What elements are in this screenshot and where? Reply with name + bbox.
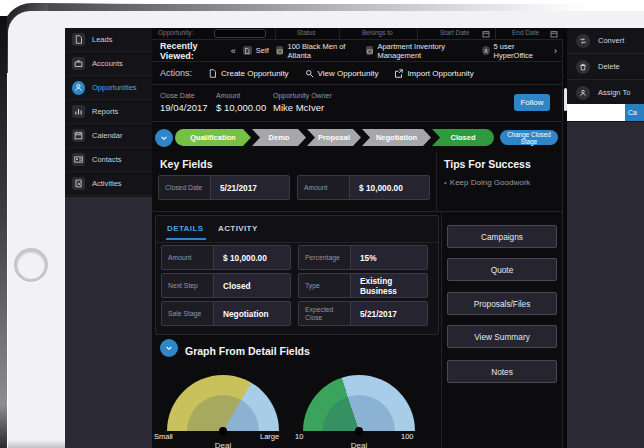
gauge-min-label: Small <box>154 432 173 441</box>
gauge-title: Deal <box>339 441 379 448</box>
view-opportunity-button[interactable]: View Opportunity <box>305 69 379 78</box>
scrollbar-thumb[interactable] <box>564 88 567 111</box>
recent-item-hyperoffice[interactable]: 5 user HyperOffice <box>482 42 547 60</box>
sidebar-item-label: Opportunities <box>92 83 137 92</box>
create-opportunity-button[interactable]: Create Opportunity <box>208 69 289 78</box>
bullet-icon: • <box>444 178 447 187</box>
campaigns-button[interactable]: Campaigns <box>447 225 557 248</box>
sidebar-item-contacts[interactable]: Contacts <box>65 148 152 172</box>
assign-search-button[interactable]: Ca <box>625 104 644 121</box>
calendar-icon <box>72 129 85 142</box>
gauge-title: Deal <box>203 441 243 448</box>
detail-amount-box[interactable]: Amount $ 10,000.00 <box>161 245 291 270</box>
main-content: Opportunity: Status Belongs to Start Dat… <box>152 28 563 448</box>
document-icon <box>243 46 252 55</box>
assign-to-button[interactable]: Assign To <box>567 80 644 106</box>
stage-path: Qualification Demo Proposal Negotiation … <box>152 122 563 152</box>
gauge-pivot <box>355 427 363 435</box>
detail-percentage-box[interactable]: Percentage 15% <box>298 245 428 270</box>
app-screen: Leads Accounts Opportunities Reports <box>65 28 644 448</box>
collapse-graph-chevron-icon[interactable] <box>160 339 178 357</box>
actions-bar: Actions: Create Opportunity View Opportu… <box>152 62 563 85</box>
opportunity-owner-field: Opportunity Owner Mike McIver <box>273 92 332 113</box>
closed-date-field-box[interactable]: Closed Date 5/21/2017 <box>158 175 290 200</box>
import-icon <box>394 69 403 78</box>
key-fields-title: Key Fields <box>160 158 213 170</box>
close-date-field: Close Date 19/04/2017 <box>160 92 208 113</box>
detail-expected-close-box[interactable]: Expected Close 5/21/2017 <box>298 301 428 326</box>
left-sidebar-filler <box>65 197 152 448</box>
accounts-briefcase-icon <box>72 57 85 70</box>
convert-icon <box>576 34 590 48</box>
gauge-max-label: Large <box>260 432 279 441</box>
assign-to-label: Assign To <box>598 88 630 97</box>
assign-search-input[interactable] <box>567 104 625 121</box>
convert-button[interactable]: Convert <box>567 28 644 54</box>
recent-item-account-2[interactable]: Apartment Inventory Management <box>366 42 475 60</box>
sidebar-item-opportunities[interactable]: Opportunities <box>65 76 152 100</box>
sidebar-item-activities[interactable]: Activities <box>65 172 152 196</box>
start-date-column-label: Start Date <box>440 29 469 36</box>
detail-sale-stage-box[interactable]: Sale Stage Negotiation <box>161 301 291 326</box>
new-document-icon <box>208 69 217 78</box>
deal-size-gauge-chart <box>167 375 279 431</box>
quote-button[interactable]: Quote <box>447 258 557 281</box>
notes-button[interactable]: Notes <box>447 360 557 383</box>
recently-viewed-bar: Recently Viewed: « Self 100 Black Men of… <box>152 40 563 62</box>
opportunity-search-input[interactable] <box>214 29 266 38</box>
sidebar-item-reports[interactable]: Reports <box>65 100 152 124</box>
opportunity-filter-label: Opportunity: <box>158 29 193 36</box>
recently-viewed-title: Recently Viewed: <box>160 41 224 61</box>
import-opportunity-button[interactable]: Import Opportunity <box>394 69 473 78</box>
collapse-stage-chevron-icon[interactable] <box>155 129 173 147</box>
record-summary: Close Date 19/04/2017 Amount $ 10,000.00… <box>152 85 563 122</box>
trash-icon <box>576 60 590 74</box>
end-date-calendar-icon[interactable] <box>550 30 558 38</box>
sidebar-item-label: Calendar <box>92 131 122 140</box>
home-button[interactable] <box>14 248 48 282</box>
proposals-files-button[interactable]: Proposals/Files <box>447 292 557 315</box>
gauge-max-label: 100 <box>401 432 414 441</box>
view-summary-button[interactable]: View Summary <box>447 325 557 348</box>
recent-item-account-1[interactable]: 100 Black Men of Atlanta <box>276 42 359 60</box>
stage-demo[interactable]: Demo <box>252 129 306 146</box>
belongs-to-column-label: Belongs to <box>362 29 393 36</box>
convert-label: Convert <box>598 36 624 45</box>
status-column-label: Status <box>297 29 315 36</box>
top-filter-bar: Opportunity: Status Belongs to Start Dat… <box>152 28 563 40</box>
sidebar-item-label: Accounts <box>92 59 123 68</box>
detail-type-box[interactable]: Type Existing Business <box>298 273 428 298</box>
change-closed-stage-button[interactable]: Change Closed Stage <box>500 130 558 145</box>
stage-negotiation[interactable]: Negotiation <box>362 129 431 146</box>
stage-closed[interactable]: Closed <box>432 129 494 146</box>
sidebar-item-accounts[interactable]: Accounts <box>65 52 152 76</box>
follow-button[interactable]: Follow <box>514 94 550 111</box>
end-date-column-label: End Date <box>512 29 539 36</box>
sidebar-item-label: Contacts <box>92 155 122 164</box>
actions-title: Actions: <box>160 68 192 78</box>
opportunities-icon <box>72 81 85 95</box>
user-icon <box>482 46 490 55</box>
stage-qualification[interactable]: Qualification <box>175 129 251 146</box>
account-icon <box>366 46 374 55</box>
activities-note-icon <box>72 177 85 190</box>
gauge-pivot <box>219 427 227 435</box>
scroll-left-icon[interactable]: « <box>231 46 236 56</box>
sidebar-item-leads[interactable]: Leads <box>65 28 152 52</box>
detail-next-step-box[interactable]: Next Step Closed <box>161 273 291 298</box>
start-date-calendar-icon[interactable] <box>482 30 490 38</box>
delete-button[interactable]: Delete <box>567 54 644 80</box>
tab-activity[interactable]: ACTIVITY <box>218 224 258 233</box>
scroll-right-icon[interactable]: › <box>554 46 557 56</box>
contacts-card-icon <box>72 153 85 166</box>
graph-section-title: Graph From Detail Fields <box>185 345 310 357</box>
tab-details[interactable]: DETAILS <box>167 224 203 233</box>
search-icon <box>305 69 314 78</box>
stage-proposal[interactable]: Proposal <box>307 129 361 146</box>
deal-value-gauge-chart <box>303 375 415 431</box>
amount-field-box[interactable]: Amount $ 10,000.00 <box>297 175 430 200</box>
gauge-min-label: 10 <box>295 432 303 441</box>
tablet-mockup: Leads Accounts Opportunities Reports <box>0 0 644 448</box>
recent-item-self[interactable]: Self <box>243 46 269 55</box>
sidebar-item-calendar[interactable]: Calendar <box>65 124 152 148</box>
